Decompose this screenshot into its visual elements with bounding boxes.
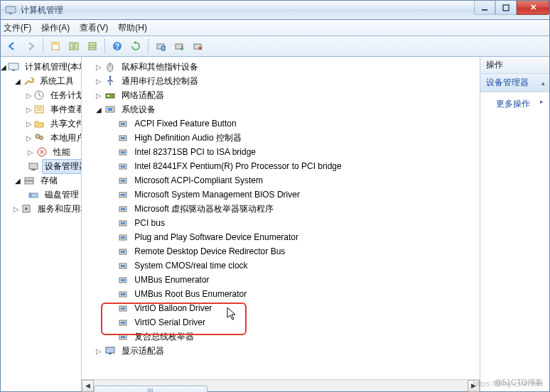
tree-event-viewer[interactable]: ▷事件查看器 [26, 102, 81, 116]
svg-rect-44 [121, 137, 125, 139]
left-tree-pane[interactable]: ◢ 计算机管理(本地) ◢ 系统工具 ▷任务计划程序 ▷事件查看器 ▷共享文件夹… [1, 57, 82, 391]
tree-task-scheduler[interactable]: ▷任务计划程序 [26, 88, 81, 102]
device-item[interactable]: UMBus Root Bus Enumerator [107, 287, 480, 301]
device-label: UMBus Root Bus Enumerator [131, 288, 249, 300]
cat-mouse[interactable]: ▷鼠标和其他指针设备 [95, 60, 480, 74]
update-driver-icon[interactable] [171, 38, 188, 55]
cat-usb[interactable]: ▷通用串行总线控制器 [95, 74, 480, 88]
usb-icon [104, 75, 116, 87]
horizontal-scrollbar[interactable]: ◀ ▶ [82, 379, 480, 391]
view-list-icon[interactable] [84, 38, 101, 55]
device-label: System CMOS/real time clock [131, 259, 250, 272]
tree-disk-mgmt[interactable]: 磁盘管理 [26, 187, 81, 202]
svg-rect-60 [121, 251, 125, 253]
sysdev-icon [104, 104, 116, 115]
cat-label: 系统设备 [119, 102, 158, 117]
tree-shared-folders[interactable]: ▷共享文件夹 [26, 116, 81, 131]
cat-network[interactable]: ▷网络适配器 [95, 88, 480, 102]
tree-system-tools[interactable]: ◢ 系统工具 [14, 74, 81, 88]
device-item[interactable]: Plug and Play Software Device Enumerator [107, 230, 480, 244]
help-icon[interactable]: ? [109, 38, 126, 55]
menu-view[interactable]: 查看(V) [80, 22, 108, 34]
expand-icon[interactable]: ▷ [26, 134, 32, 142]
device-item[interactable]: Microsoft 虚拟驱动器枚举器驱动程序 [107, 202, 480, 216]
chip-icon [117, 274, 129, 285]
tree-storage[interactable]: ◢存储 [14, 173, 81, 187]
svg-rect-73 [106, 347, 114, 353]
actions-sub-header[interactable]: 设备管理器 [480, 74, 549, 92]
expand-icon[interactable]: ▷ [26, 106, 32, 114]
cat-label: 鼠标和其他指针设备 [119, 60, 201, 75]
cat-system-devices[interactable]: ◢系统设备 [95, 102, 480, 116]
device-label: UMBus Enumerator [131, 273, 212, 286]
close-button[interactable]: ✕ [517, 1, 549, 15]
chip-icon [117, 146, 129, 158]
more-actions-link[interactable]: 更多操作 [480, 92, 549, 116]
scroll-thumb[interactable] [94, 386, 207, 392]
tree-local-users[interactable]: ▷本地用户和组 [26, 131, 81, 145]
menu-help[interactable]: 帮助(H) [118, 22, 147, 34]
cat-label: 显示适配器 [119, 344, 167, 359]
collapse-icon[interactable]: ◢ [1, 63, 6, 71]
menubar: 文件(F) 操作(A) 查看(V) 帮助(H) [0, 20, 550, 36]
expand-icon[interactable]: ▷ [26, 92, 32, 99]
refresh-icon[interactable] [127, 38, 144, 55]
collapse-icon[interactable]: ◢ [14, 77, 21, 85]
svg-rect-31 [29, 193, 32, 197]
forward-button[interactable] [22, 38, 39, 55]
tree-services[interactable]: ▷服务和应用程序 [14, 202, 81, 216]
scan-hardware-icon[interactable] [152, 38, 169, 55]
view-columns-icon[interactable] [65, 38, 82, 55]
device-item[interactable]: Microsoft System Management BIOS Driver [107, 187, 480, 202]
expand-icon[interactable]: ▷ [95, 63, 103, 71]
device-item[interactable]: UMBus Enumerator [107, 273, 480, 287]
svg-rect-58 [121, 236, 125, 239]
tree-device-manager[interactable]: 设备管理器 [26, 159, 81, 173]
uninstall-icon[interactable] [189, 38, 206, 55]
svg-rect-54 [121, 208, 125, 210]
expand-icon[interactable]: ▷ [26, 120, 32, 128]
event-icon [33, 104, 45, 115]
expand-icon[interactable]: ▷ [95, 347, 103, 355]
menu-action[interactable]: 操作(A) [41, 22, 70, 34]
tree-performance[interactable]: ▷性能 [26, 145, 81, 159]
device-item[interactable]: VirtIO Serial Driver [107, 315, 480, 330]
device-item[interactable]: 复合总线枚举器 [107, 330, 480, 344]
device-item[interactable]: PCI bus [107, 216, 480, 230]
tree-root[interactable]: ◢ 计算机管理(本地) [1, 60, 81, 74]
expand-icon[interactable]: ▷ [95, 77, 103, 85]
expand-icon[interactable]: ▷ [14, 205, 19, 213]
menu-file[interactable]: 文件(F) [4, 22, 31, 34]
svg-rect-17 [9, 63, 18, 70]
back-button[interactable] [4, 38, 21, 55]
device-item[interactable]: Microsoft ACPI-Compliant System [107, 173, 480, 187]
collapse-icon[interactable]: ◢ [14, 177, 22, 185]
scroll-left-button[interactable]: ◀ [82, 380, 94, 392]
collapse-icon[interactable]: ◢ [95, 106, 103, 114]
device-item[interactable]: Intel 82371SB PCI to ISA bridge [107, 145, 480, 159]
device-item[interactable]: Remote Desktop Device Redirector Bus [107, 244, 480, 258]
device-tree-scroll[interactable]: ▷鼠标和其他指针设备 ▷通用串行总线控制器 ▷网络适配器 ◢系统设备 ACPI … [82, 57, 480, 379]
device-item[interactable]: ACPI Fixed Feature Button [107, 116, 480, 131]
expand-icon[interactable]: ▷ [26, 148, 35, 156]
tree-label: 存储 [38, 173, 60, 188]
device-label: Microsoft ACPI-Compliant System [131, 174, 266, 187]
maximize-button[interactable] [495, 1, 517, 15]
svg-rect-1 [9, 13, 12, 14]
properties-icon[interactable] [47, 38, 64, 55]
device-label: High Definition Audio 控制器 [131, 131, 244, 146]
minimize-button[interactable] [474, 1, 495, 15]
users-icon [33, 132, 45, 143]
cat-display[interactable]: ▷显示适配器 [95, 344, 480, 358]
mouse-icon [104, 61, 116, 72]
tree-label: 任务计划程序 [48, 88, 82, 103]
chip-icon [117, 217, 129, 229]
expand-icon[interactable]: ▷ [95, 92, 103, 99]
chip-icon [117, 317, 129, 328]
device-item[interactable]: System CMOS/real time clock [107, 258, 480, 273]
device-item[interactable]: High Definition Audio 控制器 [107, 131, 480, 145]
chip-icon [117, 303, 129, 314]
services-icon [21, 203, 32, 214]
device-item[interactable]: VirtIO Balloon Driver [107, 301, 480, 315]
device-item[interactable]: Intel 82441FX Pentium(R) Pro Processor t… [107, 159, 480, 173]
